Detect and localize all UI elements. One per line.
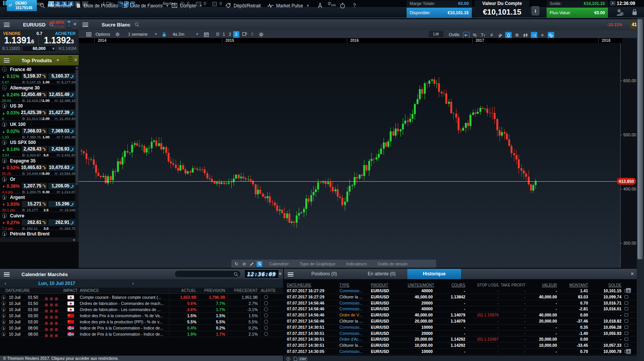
product-row[interactable]: ❯US 30▲ 0.03%21,425.3921,427.398B: 21,41… xyxy=(0,102,79,120)
menu-market-pulse[interactable]: Market Pulse▼ xyxy=(267,0,310,11)
calendar-row[interactable]: ❯10 Juil01:50Ordres de fabrication - Com… xyxy=(0,300,283,306)
history-scrollbar[interactable]: ▲▼ xyxy=(626,288,631,354)
menu-help[interactable]: ? xyxy=(353,0,356,11)
chart-interval-3[interactable]: 3 xyxy=(233,31,239,38)
expand-icon[interactable]: ❯ xyxy=(2,320,6,324)
expand-icon[interactable]: ❯ xyxy=(2,313,6,318)
product-buy-button[interactable]: 21,427.39 xyxy=(48,109,75,116)
history-row[interactable]: 07.07.2017 14:56:46Commissio...EUR/USD40… xyxy=(284,306,637,312)
menu-compte[interactable]: Compte▼ xyxy=(172,0,203,11)
chart-tab-calendrier[interactable]: Calendrier xyxy=(269,260,289,268)
history-row[interactable]: 07.07.2017 16:27:29Clôturer la ...EUR/US… xyxy=(284,294,637,300)
history-row[interactable]: 07.07.2017 14:30:51Commissio...EUR/USD20… xyxy=(284,331,637,337)
history-menu-icon[interactable] xyxy=(288,272,293,277)
menu-percent-icon[interactable]: 0⁄100 xyxy=(328,0,336,11)
chevron-down-icon[interactable]: ▼ xyxy=(154,31,158,38)
collapse-header-button[interactable]: ▲ xyxy=(610,1,616,6)
product-row[interactable]: ❯UK 100▲ 0.02%7,368.037,369.031.83B: 7,3… xyxy=(0,120,79,139)
trade-type[interactable]: Commissio... xyxy=(339,288,363,294)
trade-type[interactable]: Commissio... xyxy=(339,331,363,337)
chart-interval-D[interactable]: D xyxy=(215,31,221,38)
product-sell-button[interactable]: 1,207.75 xyxy=(22,183,47,189)
product-row[interactable]: ❯US SPX 500▲ 0.14%2,428.432,428.933.54B:… xyxy=(0,138,79,157)
menu-liste-favoris[interactable]: Liste de Favoris▼ xyxy=(122,0,169,11)
trade-type[interactable]: Commissio... xyxy=(339,300,363,306)
calendar-row[interactable]: ❯10 Juil03:30Indice des Prix à la consom… xyxy=(0,313,283,319)
tool-percent-icon[interactable]: % xyxy=(471,32,478,38)
chart-interval-1[interactable]: 1 xyxy=(221,31,227,38)
copyright-bar[interactable]: © Thomson Reuters 2017. Cliquez pour acc… xyxy=(0,356,283,361)
disable-icon[interactable]: ⊘ xyxy=(241,261,247,267)
alert-circle-icon[interactable] xyxy=(264,301,268,305)
history-row[interactable]: 07.07.2017 14:56:46Commissio...EUR/USD20… xyxy=(284,300,637,306)
expand-icon[interactable]: ❯ xyxy=(2,158,7,163)
chart-tab-outils-de-dessin[interactable]: Outils de dessin xyxy=(377,260,407,268)
expand-icon[interactable]: ❯ xyxy=(2,195,7,200)
product-sell-button[interactable]: 7,368.03 xyxy=(22,128,47,134)
search-icon[interactable] xyxy=(135,22,139,27)
history-row[interactable]: 07.07.2017 14:30:51Commissio...EUR/USD10… xyxy=(284,325,637,331)
product-row[interactable]: ❯Cuivre▼ 0.27%262.61262.917.2 ptsB: 262.… xyxy=(0,212,79,230)
product-sell-button[interactable]: 12,450.49 xyxy=(22,91,47,98)
expand-icon[interactable]: ❯ xyxy=(2,140,7,145)
chart-interval-2[interactable]: 2 xyxy=(227,31,233,38)
chart-menu-icon[interactable] xyxy=(82,23,88,27)
products-scrollbar[interactable]: ▲ xyxy=(75,65,79,237)
history-row[interactable]: 07.07.2017 16:27:29Commissio...EUR/USD40… xyxy=(284,288,637,294)
product-row[interactable]: ∿France 40▲ 0.11%5,159.375,160.375.67B: … xyxy=(0,65,79,84)
product-buy-button[interactable]: 1,208.05 xyxy=(48,183,75,189)
document-icon[interactable] xyxy=(294,357,297,361)
chevron-down-icon[interactable]: ▼ xyxy=(56,58,59,62)
alert-circle-icon[interactable] xyxy=(264,313,268,318)
menu-rechercher[interactable]: Rechercher xyxy=(40,0,71,11)
calendar-row[interactable]: ❯10 Juil03:30indice des prix à la produc… xyxy=(0,319,283,325)
chevron-down-icon[interactable]: ▼ xyxy=(196,31,199,38)
trade-type[interactable]: Commissio... xyxy=(339,325,363,331)
chart-tab-indicateurs[interactable]: Indicateurs xyxy=(346,260,367,268)
expand-icon[interactable]: ❯ xyxy=(2,213,7,218)
amount-select[interactable]: 60,000▾ xyxy=(22,45,56,52)
expand-icon[interactable]: ❯ xyxy=(2,103,7,108)
product-sell-button[interactable]: 5,159.37 xyxy=(22,73,47,79)
refresh-icon[interactable]: ↻ xyxy=(234,261,239,267)
chart-options[interactable]: Options xyxy=(96,31,110,38)
product-row[interactable]: ❯Espagne 35▼ 0.52%10,465.6310,470.6355.2… xyxy=(0,157,79,175)
gear-icon[interactable] xyxy=(114,31,121,38)
tool-cursor-icon[interactable]: ⇤ xyxy=(463,32,469,38)
chart-interval-5[interactable]: 5 xyxy=(249,31,255,38)
product-buy-button[interactable]: 15.296 xyxy=(48,201,75,207)
tool-settings-icon[interactable] xyxy=(548,32,554,38)
close-icon[interactable]: × xyxy=(631,271,634,276)
prev-day-icon[interactable]: ‹ xyxy=(5,279,6,288)
products-scroll-more[interactable]: ▼ xyxy=(0,237,79,242)
history-tab-0[interactable]: Positions (0) xyxy=(307,269,341,279)
account-tab[interactable]: ⇄ DEMO 15179146 xyxy=(7,0,37,11)
products-menu-icon[interactable] xyxy=(4,58,10,63)
history-row[interactable]: 07.07.2017 14:56:46Clôturer la ...EUR/US… xyxy=(284,318,637,325)
next-day-icon[interactable]: › xyxy=(132,279,134,288)
tool-text-icon[interactable]: TT xyxy=(480,32,486,38)
mini-scrollbar[interactable] xyxy=(67,20,71,28)
chart-layout-icon[interactable]: 4 xyxy=(240,31,248,38)
close-icon[interactable]: × xyxy=(74,57,77,62)
close-icon[interactable]: × xyxy=(73,22,76,26)
history-tab-2[interactable]: Historique xyxy=(407,269,461,279)
history-tab-1[interactable]: En attente (0) xyxy=(362,269,401,279)
menu-compass-icon[interactable] xyxy=(318,0,325,11)
updown-icon[interactable]: ⇅ xyxy=(257,261,262,267)
product-sell-button[interactable]: 10,465.63 xyxy=(22,164,47,171)
calendar-row[interactable]: ❯10 Juil08:00Indice de Prix à la Consomm… xyxy=(0,331,283,337)
close-icon[interactable]: × xyxy=(278,271,282,276)
calendar-row[interactable]: ❯10 Juil01:50Ordres de fabrication - Les… xyxy=(0,306,283,313)
expand-icon[interactable]: ❯ xyxy=(2,177,7,182)
tool-print-icon[interactable]: ≡ xyxy=(539,32,546,38)
expand-icon[interactable]: ❯ xyxy=(2,307,6,311)
product-buy-button[interactable]: 10,470.63 xyxy=(48,164,75,171)
history-row[interactable]: 07.07.2017 14:30:05Commissio...EUR/USD10… xyxy=(284,349,637,355)
product-buy-button[interactable]: 12,451.49 xyxy=(48,91,75,98)
history-row[interactable]: 07.07.2017 14:30:51Ordre d'Ac...EUR/USD2… xyxy=(284,336,637,343)
chart-lie-button[interactable]: Lié xyxy=(429,31,443,37)
expand-icon[interactable]: ❯ xyxy=(2,301,6,305)
calendar-row[interactable]: ❯10 Juil01:50Compte courant - Balance co… xyxy=(0,294,283,300)
pulse-icon[interactable]: ∿ xyxy=(2,85,7,90)
